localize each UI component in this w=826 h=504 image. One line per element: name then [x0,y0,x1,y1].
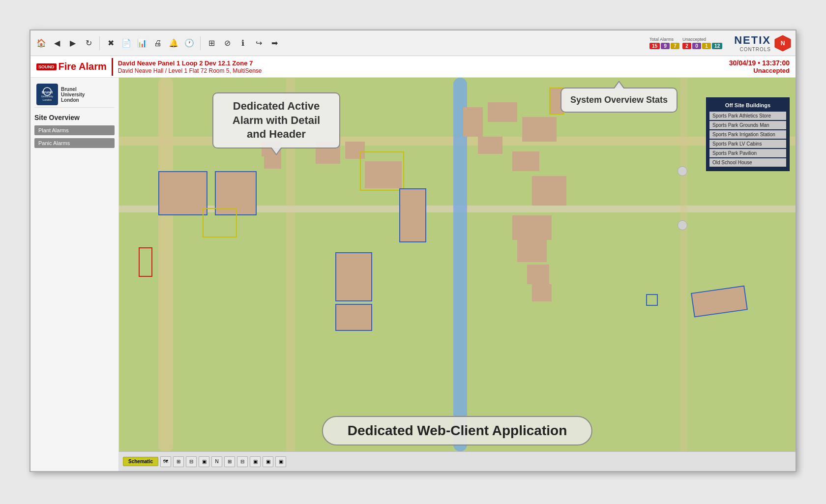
alarm-detail-callout: Dedicated Active Alarm with Detail and H… [212,92,340,148]
stats-total: Total Alarms 15 9 7 [649,37,679,49]
building-yellow-small[interactable] [203,208,237,237]
panic-alarms-button[interactable]: Panic Alarms [34,138,115,148]
web-client-label: Dedicated Web-Client Application [322,416,592,445]
offsite-item-2[interactable]: Sports Park Irrigation Station [709,130,786,139]
circle-right-2 [678,166,687,176]
tab-icon-4[interactable]: ▣ [199,456,209,467]
svg-text:University: University [41,95,53,98]
tab-icon-9[interactable]: ▣ [263,456,273,467]
home-icon[interactable]: 🏠 [34,36,48,50]
tab-icon-3[interactable]: ⊟ [186,456,197,467]
no-icon[interactable]: ⊘ [220,36,234,50]
building-blue-bottom-2[interactable] [335,304,372,331]
building-yellow-inner [365,161,402,188]
unaccepted-badges: 2 0 1 12 [682,43,722,49]
export-icon[interactable]: ↪ [252,36,266,50]
cursor-icon[interactable]: ✖ [104,36,118,50]
alarm-detail-callout-text: Dedicated Active Alarm with Detail and H… [233,100,320,140]
road-left [158,78,173,451]
bottom-tab-bar: Schematic 🗺 ⊞ ⊟ ▣ N ⊞ ⊟ ▣ ▣ ▣ [119,451,796,471]
road-right [680,78,687,451]
history-icon[interactable]: 🕐 [182,36,196,50]
unaccepted-red-badge: 2 [682,43,691,49]
building-blue-tall[interactable] [399,188,426,242]
offsite-item-4[interactable]: Sports Park Pavilion [709,149,786,157]
main-window: 🏠 ◀ ▶ ↻ ✖ 📄 📊 🖨 🔔 🕐 ⊞ ⊘ ℹ ↪ ➡ Total Alar… [30,30,796,472]
offsite-item-3[interactable]: Sports Park LV Cabins [709,140,786,148]
tab-icon-5[interactable]: N [211,456,222,467]
offsite-title: Off Site Buildings [709,101,786,110]
datetime-text: 30/04/19 • 13:37:00 [729,59,790,67]
refresh-icon[interactable]: ↻ [82,36,95,50]
system-overview-callout: System Overview Stats [560,88,678,113]
fire-alarm-label: SOUND Fire Alarm [36,61,107,72]
building-right-7 [512,215,552,240]
web-client-text: Dedicated Web-Client Application [348,423,567,438]
building-blue-bottom-1[interactable] [335,252,372,301]
building-right-2 [488,102,517,122]
tab-icon-8[interactable]: ▣ [250,456,261,467]
tab-icon-6[interactable]: ⊞ [224,456,235,467]
alarm-line2: David Neave Hall / Level 1 Flat 72 Room … [118,67,262,74]
system-overview-text: System Overview Stats [570,95,668,105]
building-right-5 [512,151,539,171]
chart-icon[interactable]: 📊 [135,36,149,50]
building-blue-large-left[interactable] [158,171,207,215]
fire-alarm-text: Fire Alarm [59,61,107,72]
login-icon[interactable]: ➡ [267,36,281,50]
tab-icon-7[interactable]: ⊟ [237,456,248,467]
unaccepted-purple-badge: 0 [692,43,701,49]
tab-icon-1[interactable]: 🗺 [160,456,171,467]
document-icon[interactable]: 📄 [119,36,133,50]
total-badges: 15 9 7 [649,43,679,49]
total-red-badge: 15 [649,43,660,49]
separator [99,36,100,50]
netix-logo: NETIX CONTROLS N [734,34,792,52]
alarm-bar: SOUND Fire Alarm David Neave Panel 1 Loo… [30,56,796,78]
alarm-line1: David Neave Panel 1 Loop 2 Dev 12.1 Zone… [118,59,262,67]
stats-unaccepted: Unaccepted 2 0 1 12 [682,37,722,49]
info-icon[interactable]: ℹ [236,36,250,50]
building-right-4 [522,117,557,142]
separator2 [200,36,201,50]
datetime-area: 30/04/19 • 13:37:00 Unaccepted [729,59,790,74]
print-icon[interactable]: 🖨 [151,36,165,50]
building-right-3 [478,137,502,154]
offsite-item-0[interactable]: Sports Park Athletics Store [709,112,786,120]
left-sidebar: Brunel University London BrunelUniversit… [30,78,119,471]
tab-icon-10[interactable]: ▣ [275,456,286,467]
main-content: Brunel University London BrunelUniversit… [30,78,796,471]
unaccepted-teal-badge: 12 [712,43,722,49]
brunel-logo: Brunel University London BrunelUniversit… [34,82,115,108]
site-overview-label: Site Overview [34,113,115,122]
building-right-1 [463,107,483,137]
plant-alarms-button[interactable]: Plant Alarms [34,125,115,135]
toolbar: 🏠 ◀ ▶ ↻ ✖ 📄 📊 🖨 🔔 🕐 ⊞ ⊘ ℹ ↪ ➡ Total Alar… [30,30,796,56]
unaccepted-label: Unaccepted [682,37,722,42]
tab-icon-2[interactable]: ⊞ [173,456,184,467]
brunel-icon: Brunel University London [36,84,58,105]
building-right-6 [532,176,566,206]
unaccepted-text: Unaccepted [729,67,790,74]
building-right-9 [527,265,549,284]
total-purple-badge: 9 [661,43,670,49]
stats-area: Total Alarms 15 9 7 Unaccepted 2 0 1 12 [649,37,722,49]
netix-controls: CONTROLS [739,47,771,52]
offsite-item-1[interactable]: Sports Park Grounds Man [709,121,786,129]
building-right-10 [532,284,552,301]
building-red[interactable] [139,247,152,277]
tab-schematic[interactable]: Schematic [123,457,158,466]
back-icon[interactable]: ◀ [50,36,64,50]
unaccepted-yellow-badge: 1 [702,43,711,49]
total-yellow-badge: 7 [671,43,679,49]
bell-icon[interactable]: 🔔 [167,36,180,50]
map-area[interactable]: Off Site Buildings Sports Park Athletics… [119,78,796,471]
circle-right [678,220,687,230]
building-small-blue[interactable] [646,294,658,306]
grid-icon[interactable]: ⊞ [205,36,218,50]
forward-icon[interactable]: ▶ [66,36,80,50]
fire-sound-icon: SOUND [36,63,57,70]
offsite-panel: Off Site Buildings Sports Park Athletics… [706,97,790,171]
offsite-item-5[interactable]: Old School House [709,158,786,167]
svg-text:London: London [43,98,52,101]
